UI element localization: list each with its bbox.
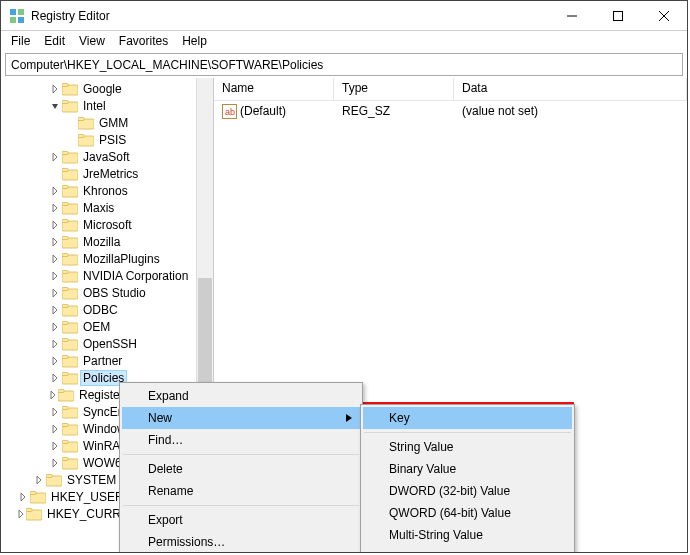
- col-type[interactable]: Type: [334, 78, 454, 100]
- expand-icon[interactable]: [49, 372, 61, 384]
- context-menu[interactable]: ExpandNewFind…DeleteRenameExportPermissi…: [119, 382, 363, 553]
- tree-item[interactable]: GMM: [1, 114, 196, 131]
- tree-item[interactable]: OEM: [1, 318, 196, 335]
- tree-item[interactable]: Maxis: [1, 199, 196, 216]
- expand-icon[interactable]: [49, 202, 61, 214]
- folder-icon: [62, 235, 78, 249]
- menu-item[interactable]: Expandable String Value: [363, 546, 572, 553]
- menu-item[interactable]: String Value: [363, 436, 572, 458]
- tree-item[interactable]: JreMetrics: [1, 165, 196, 182]
- folder-icon: [62, 150, 78, 164]
- menu-item[interactable]: Rename: [122, 480, 360, 502]
- folder-icon: [62, 269, 78, 283]
- address-bar[interactable]: Computer\HKEY_LOCAL_MACHINE\SOFTWARE\Pol…: [5, 53, 683, 76]
- expand-icon[interactable]: [49, 219, 61, 231]
- expand-icon[interactable]: [49, 440, 61, 452]
- tree-item[interactable]: Mozilla: [1, 233, 196, 250]
- col-name[interactable]: Name: [214, 78, 334, 100]
- tree-item[interactable]: Intel: [1, 97, 196, 114]
- app-icon: [9, 8, 25, 24]
- menu-item[interactable]: Permissions…: [122, 531, 360, 553]
- tree-item[interactable]: PSIS: [1, 131, 196, 148]
- folder-icon: [62, 99, 78, 113]
- menu-item[interactable]: Expand: [122, 385, 360, 407]
- collapse-icon[interactable]: [49, 100, 61, 112]
- tree-item[interactable]: Google: [1, 80, 196, 97]
- titlebar: Registry Editor: [1, 1, 687, 31]
- menu-file[interactable]: File: [5, 32, 36, 50]
- expand-icon[interactable]: [17, 491, 29, 503]
- menu-item-label: Rename: [148, 484, 193, 498]
- expand-icon[interactable]: [49, 321, 61, 333]
- expand-icon[interactable]: [49, 151, 61, 163]
- tree-item-label: NVIDIA Corporation: [81, 269, 190, 283]
- expander-empty: [65, 117, 77, 129]
- tree-item[interactable]: Partner: [1, 352, 196, 369]
- tree-item[interactable]: MozillaPlugins: [1, 250, 196, 267]
- folder-icon: [62, 184, 78, 198]
- string-value-icon: [222, 104, 237, 119]
- tree-item[interactable]: NVIDIA Corporation: [1, 267, 196, 284]
- folder-icon: [62, 82, 78, 96]
- close-button[interactable]: [641, 1, 687, 31]
- list-row[interactable]: (Default)REG_SZ(value not set): [214, 101, 687, 121]
- expand-icon[interactable]: [49, 355, 61, 367]
- tree-item-label: Intel: [81, 99, 108, 113]
- tree-item-label: Google: [81, 82, 124, 96]
- expand-icon[interactable]: [49, 406, 61, 418]
- expand-icon[interactable]: [49, 287, 61, 299]
- menu-item-label: Permissions…: [148, 535, 225, 549]
- expand-icon[interactable]: [49, 338, 61, 350]
- menu-item[interactable]: Binary Value: [363, 458, 572, 480]
- context-submenu-new[interactable]: KeyString ValueBinary ValueDWORD (32-bit…: [360, 404, 575, 553]
- menu-item[interactable]: Export: [122, 509, 360, 531]
- menu-item[interactable]: QWORD (64-bit) Value: [363, 502, 572, 524]
- col-data[interactable]: Data: [454, 78, 687, 100]
- menu-edit[interactable]: Edit: [38, 32, 71, 50]
- folder-icon: [58, 388, 74, 402]
- tree-item-label: OEM: [81, 320, 112, 334]
- menu-item[interactable]: New: [122, 407, 360, 429]
- expand-icon[interactable]: [49, 253, 61, 265]
- minimize-button[interactable]: [549, 1, 595, 31]
- folder-icon: [62, 422, 78, 436]
- menu-item[interactable]: Key: [363, 407, 572, 429]
- expand-icon[interactable]: [49, 83, 61, 95]
- expand-icon[interactable]: [49, 304, 61, 316]
- svg-rect-9: [614, 11, 623, 20]
- value-type: REG_SZ: [334, 104, 454, 118]
- tree-item-label: Maxis: [81, 201, 116, 215]
- menu-help[interactable]: Help: [176, 32, 213, 50]
- list-header[interactable]: Name Type Data: [214, 78, 687, 101]
- expand-icon[interactable]: [49, 423, 61, 435]
- expand-icon[interactable]: [49, 270, 61, 282]
- value-data: (value not set): [454, 104, 687, 118]
- tree-item[interactable]: JavaSoft: [1, 148, 196, 165]
- menu-item[interactable]: Delete: [122, 458, 360, 480]
- folder-icon: [62, 405, 78, 419]
- expand-icon[interactable]: [49, 389, 57, 401]
- expand-icon[interactable]: [49, 457, 61, 469]
- menu-item[interactable]: DWORD (32-bit) Value: [363, 480, 572, 502]
- tree-item[interactable]: Khronos: [1, 182, 196, 199]
- folder-icon: [30, 490, 46, 504]
- menu-view[interactable]: View: [73, 32, 111, 50]
- tree-item-label: ODBC: [81, 303, 120, 317]
- menu-item[interactable]: Multi-String Value: [363, 524, 572, 546]
- expand-icon[interactable]: [49, 185, 61, 197]
- expand-icon[interactable]: [17, 508, 25, 520]
- maximize-button[interactable]: [595, 1, 641, 31]
- tree-item[interactable]: OpenSSH: [1, 335, 196, 352]
- window: Registry Editor FileEditViewFavoritesHel…: [0, 0, 688, 553]
- menu-item[interactable]: Find…: [122, 429, 360, 451]
- expand-icon[interactable]: [33, 474, 45, 486]
- menu-favorites[interactable]: Favorites: [113, 32, 174, 50]
- value-name: (Default): [240, 104, 286, 118]
- folder-icon: [62, 456, 78, 470]
- tree-item[interactable]: ODBC: [1, 301, 196, 318]
- tree-item[interactable]: Microsoft: [1, 216, 196, 233]
- folder-icon: [62, 337, 78, 351]
- tree-item[interactable]: OBS Studio: [1, 284, 196, 301]
- scrollbar-thumb[interactable]: [198, 278, 212, 388]
- expand-icon[interactable]: [49, 236, 61, 248]
